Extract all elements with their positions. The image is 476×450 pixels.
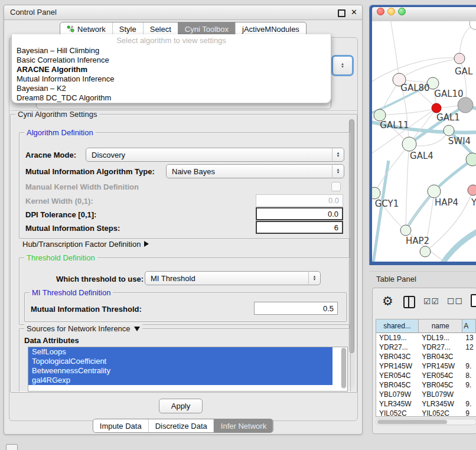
table-cell[interactable]: YBR045C bbox=[376, 380, 419, 390]
attribute-item[interactable]: gal4RGexp bbox=[28, 376, 332, 385]
tab-discretize-data[interactable]: Discretize Data bbox=[148, 419, 214, 432]
expanded-arrow-icon[interactable] bbox=[134, 327, 140, 331]
column-header-shared-name[interactable]: shared... bbox=[376, 319, 419, 332]
table-row[interactable]: YLR345WYLR345W9. bbox=[376, 399, 476, 409]
table-cell[interactable]: YBR045C bbox=[419, 380, 462, 390]
table-row[interactable]: YBR045CYBR045C9. bbox=[376, 380, 476, 390]
table-cell[interactable]: YBR043C bbox=[376, 352, 419, 361]
table-cell[interactable]: 12 bbox=[462, 343, 476, 352]
tab-network[interactable]: Network bbox=[60, 22, 112, 35]
network-node-gal1[interactable] bbox=[432, 103, 441, 113]
manual-kernel-checkbox[interactable] bbox=[331, 182, 341, 191]
tab-style[interactable]: Style bbox=[112, 22, 143, 35]
control-panel-titlebar[interactable]: Control Panel ✕ bbox=[4, 5, 362, 20]
table-cell[interactable]: 9. bbox=[462, 380, 476, 390]
table-row[interactable]: YER054CYER054C8. bbox=[376, 371, 476, 380]
float-window-icon[interactable] bbox=[338, 9, 345, 17]
collapsed-panel-icon[interactable] bbox=[6, 444, 18, 450]
network-node-salmon[interactable] bbox=[468, 185, 476, 195]
deselect-all-checks-icon[interactable]: ☐☐ bbox=[447, 296, 463, 306]
table-row[interactable]: YPR145WYPR145W9. bbox=[376, 361, 476, 371]
zoom-traffic-light[interactable] bbox=[398, 8, 406, 15]
network-node-hap4[interactable] bbox=[428, 185, 441, 198]
columns-icon[interactable] bbox=[403, 296, 415, 308]
table-cell[interactable]: YDL19... bbox=[419, 333, 462, 343]
table-cell[interactable]: YPR145W bbox=[419, 361, 462, 371]
column-header-partial[interactable]: A bbox=[462, 319, 476, 332]
table-cell[interactable]: YER054C bbox=[419, 371, 462, 380]
table-hscrollbar[interactable] bbox=[376, 419, 476, 425]
network-node-gal-partial[interactable] bbox=[454, 53, 465, 64]
table-cell[interactable]: YIL052C bbox=[376, 409, 419, 417]
tab-infer-network[interactable]: Infer Network bbox=[214, 419, 273, 432]
table-cell[interactable]: YBL079W bbox=[419, 390, 462, 399]
apply-button[interactable]: Apply bbox=[159, 399, 203, 413]
aracne-mode-combo[interactable]: Discovery ▲▼ bbox=[86, 148, 344, 162]
table-row[interactable]: YDL19...YDL19...13 bbox=[376, 333, 476, 343]
which-threshold-combo[interactable]: MI Threshold ▲▼ bbox=[145, 271, 321, 285]
minimize-traffic-light[interactable] bbox=[387, 8, 395, 15]
algorithm-option[interactable]: Mutual Information Inference bbox=[12, 74, 331, 84]
network-node-gray[interactable] bbox=[458, 97, 473, 113]
network-node-gcy1[interactable] bbox=[372, 187, 380, 199]
network-node-gal11[interactable] bbox=[374, 109, 386, 121]
select-all-checks-icon[interactable]: ☑☑ bbox=[423, 296, 439, 306]
table-row[interactable]: YBL079WYBL079W bbox=[376, 390, 476, 399]
close-traffic-light[interactable] bbox=[377, 8, 384, 15]
tab-select[interactable]: Select bbox=[143, 22, 178, 35]
table-cell[interactable]: YLR345W bbox=[376, 399, 419, 409]
tab-impute-data[interactable]: Impute Data bbox=[93, 419, 148, 432]
table-cell[interactable]: YLR345W bbox=[419, 399, 462, 409]
algorithm-option[interactable]: Dream8 DC_TDC Algorithm bbox=[12, 93, 331, 103]
table-cell[interactable]: YIL052C bbox=[419, 409, 462, 417]
attributes-scrollbar-thumb[interactable] bbox=[341, 348, 346, 388]
tab-cyni-toolbox[interactable]: Cyni Toolbox bbox=[178, 22, 235, 35]
algorithm-option[interactable]: Bayesian – K2 bbox=[12, 84, 331, 93]
network-node-gal4[interactable] bbox=[402, 137, 416, 151]
document-icon[interactable] bbox=[471, 294, 476, 307]
table-cell[interactable]: YDR27... bbox=[376, 343, 419, 352]
network-node-partial-top[interactable] bbox=[470, 21, 476, 30]
table-cell[interactable]: 13 bbox=[462, 333, 476, 343]
table-cell[interactable]: 9. bbox=[462, 399, 476, 409]
collapsed-arrow-icon[interactable] bbox=[144, 241, 149, 247]
table-cell[interactable]: YER054C bbox=[376, 371, 419, 380]
attribute-item[interactable]: BetweennessCentrality bbox=[28, 366, 332, 376]
network-node-swi4[interactable] bbox=[444, 125, 454, 136]
mi-type-combo[interactable]: Naive Bayes ▲▼ bbox=[166, 164, 344, 178]
table-cell[interactable]: YDR27... bbox=[419, 343, 462, 352]
table-row[interactable]: YIL052CYIL052C9 bbox=[376, 409, 476, 417]
algorithm-option[interactable]: ARACNE Algorithm bbox=[12, 65, 331, 74]
network-node-right-partial[interactable] bbox=[466, 153, 476, 166]
close-icon[interactable]: ✕ bbox=[351, 8, 357, 17]
algorithm-option[interactable]: Bayesian – Hill Climbing bbox=[12, 46, 331, 56]
table-cell[interactable]: 8. bbox=[462, 371, 476, 380]
tab-jactivemnodules[interactable]: jActiveMNodules bbox=[235, 22, 306, 35]
table-cell[interactable] bbox=[462, 390, 476, 399]
column-header-name[interactable]: name bbox=[419, 319, 462, 332]
table-cell[interactable] bbox=[462, 352, 476, 361]
hub-definition-toggle[interactable]: Hub/Transcription Factor Definition bbox=[22, 240, 149, 249]
network-canvas[interactable]: GAL GAL80 GAL10 GAL1 GAL11 SWI4 GAL4 GCY… bbox=[372, 21, 476, 262]
dpi-tolerance-field[interactable] bbox=[256, 207, 343, 220]
algorithm-option[interactable]: Basic Correlation Inference bbox=[12, 56, 331, 65]
table-cell[interactable]: YBL079W bbox=[376, 390, 419, 399]
table-cell[interactable]: YPR145W bbox=[376, 361, 419, 371]
table-row[interactable]: YBR043CYBR043C bbox=[376, 352, 476, 361]
attribute-item[interactable]: SelfLoops bbox=[28, 347, 332, 357]
table-cell[interactable]: 9. bbox=[462, 361, 476, 371]
table-cell[interactable]: YDL19... bbox=[376, 333, 419, 343]
algorithm-combo-arrows[interactable]: ▲▼ bbox=[331, 55, 354, 76]
attributes-scrollbar[interactable] bbox=[341, 348, 347, 389]
kernel-width-field[interactable] bbox=[256, 194, 343, 207]
network-node-hap2[interactable] bbox=[400, 225, 411, 236]
mi-threshold-field[interactable] bbox=[254, 302, 338, 315]
table-cell[interactable]: YBR043C bbox=[419, 352, 462, 361]
table-cell[interactable]: 9 bbox=[462, 409, 476, 417]
attribute-item[interactable]: TopologicalCoefficient bbox=[28, 357, 332, 366]
network-node-bottom-partial[interactable] bbox=[420, 246, 431, 257]
gear-icon[interactable]: ⚙ bbox=[382, 294, 393, 308]
table-row[interactable]: YDR27...YDR27...12 bbox=[376, 343, 476, 352]
mi-steps-field[interactable] bbox=[256, 221, 343, 234]
table-hscrollbar-thumb[interactable] bbox=[377, 420, 447, 424]
